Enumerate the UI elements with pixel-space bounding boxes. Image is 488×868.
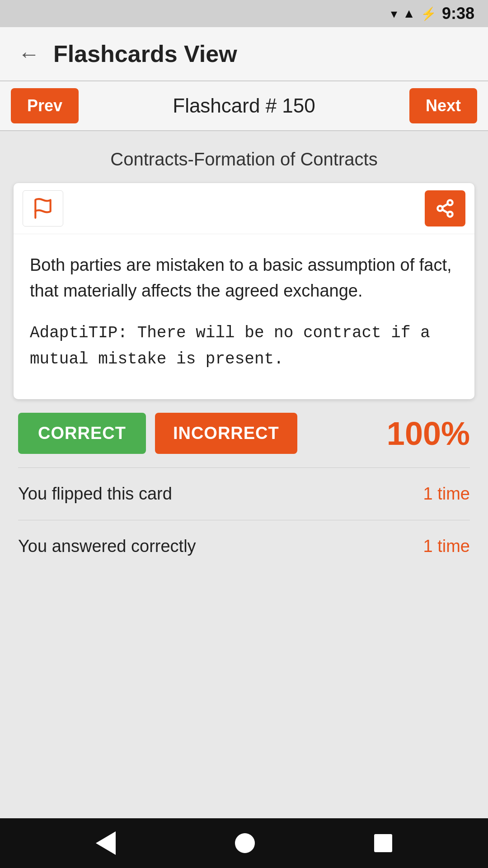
back-nav-button[interactable] [96, 831, 116, 855]
answer-row: CORRECT INCORRECT 100% [14, 413, 474, 454]
back-nav-icon [96, 831, 116, 855]
svg-line-4 [442, 210, 448, 213]
flipped-label: You flipped this card [18, 484, 172, 504]
next-button[interactable]: Next [409, 88, 477, 123]
answer-buttons: CORRECT INCORRECT [18, 413, 297, 454]
flag-button[interactable] [23, 190, 63, 226]
recents-nav-button[interactable] [374, 834, 392, 852]
prev-button[interactable]: Prev [11, 88, 79, 123]
correct-button[interactable]: CORRECT [18, 413, 146, 454]
back-arrow-icon: ← [18, 42, 40, 66]
app-bar: ← Flashcards View [0, 27, 488, 81]
score-percentage: 100% [387, 415, 470, 452]
status-time: 9:38 [442, 4, 474, 23]
flashcard-header [14, 183, 474, 234]
stats-section: You flipped this card 1 time You answere… [14, 467, 474, 572]
flashcard-number: Flashcard # 150 [173, 94, 315, 117]
wifi-icon: ▾ [391, 6, 397, 21]
flashcard-nav-row: Prev Flashcard # 150 Next [0, 81, 488, 131]
flag-icon [32, 197, 54, 220]
page-title: Flashcards View [53, 40, 237, 67]
bottom-nav [0, 818, 488, 868]
card-topic: Contracts-Formation of Contracts [14, 149, 474, 170]
battery-icon: ⚡ [421, 6, 436, 21]
correct-value: 1 time [423, 537, 470, 556]
flashcard-main-text: Both parties are mistaken to a basic ass… [30, 252, 458, 304]
flashcard-body: Both parties are mistaken to a basic ass… [14, 234, 474, 399]
status-icons: ▾ ▲ ⚡ 9:38 [391, 4, 474, 23]
signal-icon: ▲ [403, 6, 415, 21]
recents-nav-icon [374, 834, 392, 852]
flipped-stat-row: You flipped this card 1 time [18, 467, 470, 520]
share-button[interactable] [425, 190, 465, 226]
flashcard: Both parties are mistaken to a basic ass… [14, 183, 474, 399]
correct-label: You answered correctly [18, 537, 196, 556]
home-nav-icon [235, 833, 255, 853]
svg-line-5 [442, 204, 448, 207]
back-button[interactable]: ← [14, 37, 44, 71]
home-nav-button[interactable] [235, 833, 255, 853]
content-area: Contracts-Formation of Contracts [0, 131, 488, 818]
incorrect-button[interactable]: INCORRECT [155, 413, 297, 454]
share-icon [435, 198, 455, 218]
status-bar: ▾ ▲ ⚡ 9:38 [0, 0, 488, 27]
flashcard-tip-text: AdaptiTIP: There will be no contract if … [30, 320, 458, 372]
correct-stat-row: You answered correctly 1 time [18, 520, 470, 572]
flipped-value: 1 time [423, 484, 470, 504]
